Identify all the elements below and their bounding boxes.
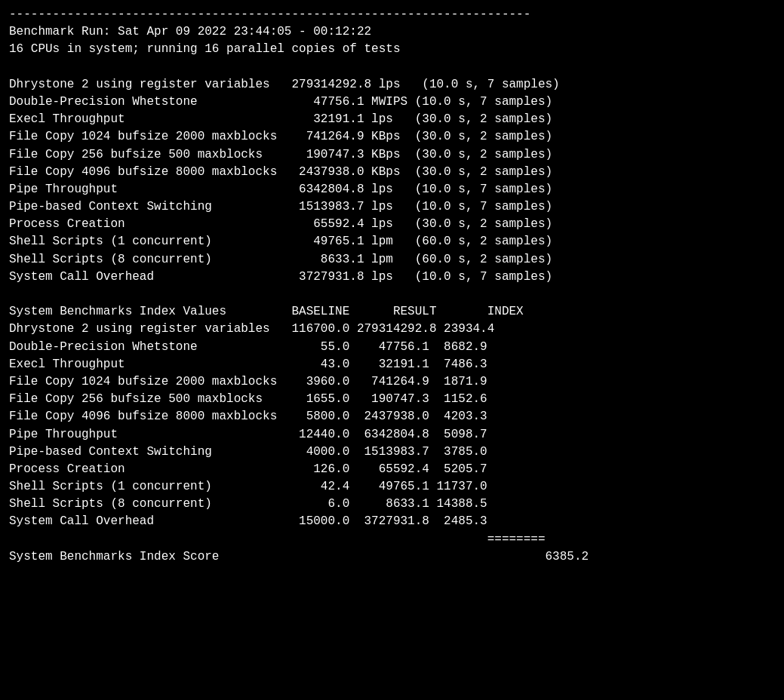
raw-result-row: File Copy 4096 bufsize 8000 maxblocks 24… [9, 164, 775, 181]
raw-result-row: Process Creation 65592.4 lps (30.0 s, 2 … [9, 216, 775, 233]
index-result-row: Execl Throughput 43.0 32191.1 7486.3 [9, 356, 775, 373]
score-line: System Benchmarks Index Score 6385.2 [9, 548, 775, 566]
raw-result-row: Double-Precision Whetstone 47756.1 MWIPS… [9, 94, 775, 111]
blank-line-1 [9, 59, 775, 76]
index-result-row: Double-Precision Whetstone 55.0 47756.1 … [9, 339, 775, 356]
index-result-row: Process Creation 126.0 65592.4 5205.7 [9, 461, 775, 478]
index-result-row: Shell Scripts (1 concurrent) 42.4 49765.… [9, 478, 775, 496]
raw-result-row: File Copy 1024 bufsize 2000 maxblocks 74… [9, 128, 775, 146]
raw-result-row: Execl Throughput 32191.1 lps (30.0 s, 2 … [9, 111, 775, 128]
raw-result-row: Shell Scripts (1 concurrent) 49765.1 lpm… [9, 233, 775, 250]
index-results: Dhrystone 2 using register variables 116… [9, 321, 775, 530]
raw-result-row: Dhrystone 2 using register variables 279… [9, 76, 775, 94]
index-result-row: File Copy 4096 bufsize 8000 maxblocks 58… [9, 408, 775, 425]
index-result-row: Dhrystone 2 using register variables 116… [9, 321, 775, 338]
raw-result-row: Shell Scripts (8 concurrent) 8633.1 lpm … [9, 251, 775, 269]
index-result-row: Pipe Throughput 12440.0 6342804.8 5098.7 [9, 426, 775, 444]
benchmark-run-line1: Benchmark Run: Sat Apr 09 2022 23:44:05 … [9, 23, 775, 41]
index-result-row: Shell Scripts (8 concurrent) 6.0 8633.1 … [9, 496, 775, 513]
index-result-row: File Copy 256 bufsize 500 maxblocks 1655… [9, 391, 775, 408]
raw-result-row: Pipe-based Context Switching 1513983.7 l… [9, 198, 775, 216]
raw-results: Dhrystone 2 using register variables 279… [9, 76, 775, 286]
index-result-row: Pipe-based Context Switching 4000.0 1513… [9, 444, 775, 461]
benchmark-run-line2: 16 CPUs in system; running 16 parallel c… [9, 41, 775, 58]
index-result-row: System Call Overhead 15000.0 3727931.8 2… [9, 513, 775, 530]
raw-result-row: System Call Overhead 3727931.8 lps (10.0… [9, 269, 775, 286]
terminal-output: ----------------------------------------… [9, 6, 775, 566]
index-result-row: File Copy 1024 bufsize 2000 maxblocks 39… [9, 373, 775, 391]
equals-line: ======== [9, 531, 775, 548]
index-header: System Benchmarks Index Values BASELINE … [9, 303, 775, 321]
raw-result-row: Pipe Throughput 6342804.8 lps (10.0 s, 7… [9, 181, 775, 198]
separator-line: ----------------------------------------… [9, 6, 775, 23]
raw-result-row: File Copy 256 bufsize 500 maxblocks 1907… [9, 146, 775, 164]
blank-line-2 [9, 286, 775, 303]
